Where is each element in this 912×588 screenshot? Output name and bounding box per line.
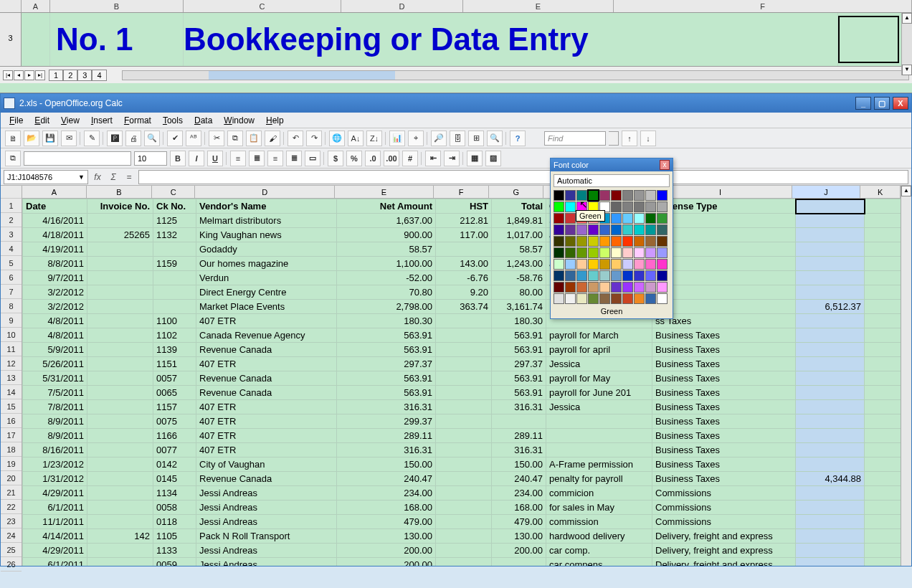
cell[interactable]: 0065 (153, 386, 196, 400)
cell[interactable]: 8/9/2011 (23, 429, 87, 443)
cell[interactable] (865, 314, 901, 328)
close-button[interactable]: X (893, 97, 908, 110)
color-swatch[interactable] (576, 270, 587, 281)
cell[interactable]: 1,243.00 (492, 257, 546, 271)
cell[interactable]: 5/31/2011 (23, 371, 87, 386)
color-swatch[interactable] (657, 190, 668, 201)
cell[interactable]: Business Taxes (652, 414, 796, 429)
cell[interactable] (436, 443, 492, 457)
cell[interactable]: 234.00 (492, 486, 546, 501)
row-header[interactable]: 24 (1, 528, 22, 543)
cell[interactable]: car comp. (546, 544, 652, 558)
col-header[interactable]: B (50, 0, 184, 12)
cell[interactable] (865, 400, 901, 414)
cell[interactable]: ng (652, 285, 796, 300)
color-swatch[interactable] (599, 190, 610, 201)
cell[interactable] (153, 285, 196, 300)
cell[interactable]: 6/1/2011 (23, 558, 87, 566)
font-name-select[interactable] (24, 151, 131, 166)
cell[interactable] (865, 343, 901, 357)
cell[interactable] (492, 414, 546, 429)
chart-icon[interactable]: 📊 (389, 131, 405, 146)
cell[interactable]: 200.00 (337, 558, 436, 566)
cell[interactable] (796, 328, 865, 343)
color-swatch[interactable] (576, 247, 587, 258)
cell[interactable]: 130.00 (337, 529, 436, 544)
cell[interactable]: 363.74 (436, 300, 492, 314)
cell[interactable]: Business Taxes (652, 343, 796, 357)
color-swatch[interactable] (554, 293, 564, 304)
sheet-tab[interactable]: 1 (49, 70, 63, 81)
cell[interactable] (796, 343, 865, 357)
col-header-B[interactable]: B (87, 186, 153, 198)
find-dropdown-icon[interactable] (609, 131, 619, 146)
row-header[interactable]: 7 (1, 285, 22, 299)
copy-icon[interactable]: ⧉ (227, 131, 243, 146)
row-header[interactable]: 9 (1, 313, 22, 328)
cell[interactable]: 180.30 (337, 314, 436, 328)
cell[interactable]: commicion (546, 486, 652, 501)
help-icon[interactable]: ? (510, 131, 526, 146)
color-swatch[interactable] (657, 270, 668, 281)
cell[interactable]: Jessi Andreas (196, 486, 337, 501)
cell[interactable] (436, 414, 492, 429)
cell[interactable]: commission (546, 515, 652, 529)
cell[interactable]: King Vaughan news (196, 228, 337, 242)
color-swatch[interactable] (554, 282, 564, 293)
cell[interactable] (796, 515, 865, 529)
cell[interactable]: ss Taxes (652, 314, 796, 328)
cell[interactable] (87, 443, 153, 457)
menu-format[interactable]: Format (118, 114, 157, 127)
cell[interactable]: 316.31 (492, 400, 546, 414)
color-swatch[interactable] (622, 190, 633, 201)
color-swatch[interactable] (611, 190, 622, 201)
cell[interactable]: 4,344.88 (796, 472, 865, 486)
color-swatch[interactable] (599, 282, 610, 293)
cell[interactable]: Jessi Andreas (196, 515, 337, 529)
bold-button[interactable]: B (170, 151, 186, 166)
new-icon[interactable]: 🗎 (5, 131, 21, 146)
cell[interactable]: 5/9/2011 (23, 343, 87, 357)
cell[interactable]: ng (652, 214, 796, 228)
color-swatch[interactable] (554, 213, 564, 224)
color-swatch[interactable] (576, 259, 587, 270)
cell[interactable]: 1125 (153, 214, 196, 228)
color-swatch[interactable] (645, 190, 656, 201)
formula-input[interactable] (138, 170, 908, 184)
font-color-popup[interactable]: Font color x Automatic Green (550, 158, 673, 319)
close-icon[interactable]: x (660, 160, 670, 170)
sheet-tab[interactable]: 2 (63, 70, 77, 81)
cell[interactable]: 4/8/2011 (23, 314, 87, 328)
spellcheck-icon[interactable]: ✔ (167, 131, 183, 146)
find-next-icon[interactable]: ↓ (640, 131, 656, 146)
cell[interactable]: 150.00 (492, 457, 546, 472)
row-header[interactable]: 8 (1, 299, 22, 313)
cell[interactable]: 4/19/2011 (23, 242, 87, 257)
cell[interactable]: 289.11 (337, 429, 436, 443)
cell[interactable] (546, 414, 652, 429)
color-swatch[interactable] (611, 236, 622, 247)
color-swatch[interactable] (588, 259, 599, 270)
color-swatch[interactable] (599, 270, 610, 281)
cell[interactable]: 563.91 (337, 371, 436, 386)
cell[interactable] (796, 285, 865, 300)
cell[interactable]: 563.91 (337, 328, 436, 343)
edit-doc-icon[interactable]: ✎ (84, 131, 100, 146)
cell[interactable]: 0142 (153, 457, 196, 472)
color-swatch[interactable] (622, 259, 633, 270)
color-swatch[interactable] (588, 236, 599, 247)
cell[interactable]: 9.20 (436, 285, 492, 300)
row-header[interactable]: 19 (1, 457, 22, 471)
row-header[interactable]: 17 (1, 428, 22, 442)
cell[interactable]: 0057 (153, 371, 196, 386)
currency-icon[interactable]: $ (328, 151, 343, 166)
cell[interactable] (546, 429, 652, 443)
color-swatch[interactable] (634, 282, 645, 293)
color-swatch[interactable] (554, 201, 564, 212)
cell[interactable]: 25265 (87, 228, 153, 242)
row-header[interactable]: 12 (1, 356, 22, 371)
align-right-icon[interactable]: ≡ (267, 151, 283, 166)
underline-button[interactable]: U (207, 151, 223, 166)
color-swatch[interactable] (611, 224, 622, 235)
color-swatch[interactable] (622, 201, 633, 212)
